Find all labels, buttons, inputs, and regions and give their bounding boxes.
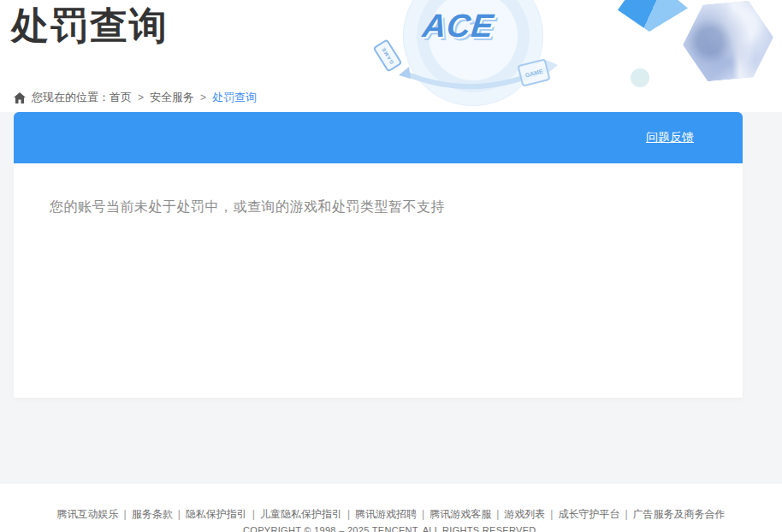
page-title: 处罚查询 [11, 1, 169, 51]
footer-link-privacy[interactable]: 隐私保护指引 [186, 508, 247, 520]
footer-separator: | [124, 508, 127, 520]
footer-link-ads-business[interactable]: 广告服务及商务合作 [633, 508, 726, 520]
page-footer: 腾讯互动娱乐|服务条款|隐私保护指引|儿童隐私保护指引|腾讯游戏招聘|腾讯游戏客… [0, 484, 782, 532]
footer-link-customer-service[interactable]: 腾讯游戏客服 [430, 508, 491, 520]
footer-link-child-privacy[interactable]: 儿童隐私保护指引 [260, 508, 342, 520]
game-card-label: GAME [381, 46, 395, 65]
breadcrumb-home[interactable]: 首页 [110, 90, 132, 105]
copyright: COPYRIGHT © 1998 – 2025 TENCENT. ALL RIG… [0, 525, 782, 532]
footer-link-growth-guard[interactable]: 成长守护平台 [558, 508, 619, 520]
breadcrumb: 您现在的位置： 首页 > 安全服务 > 处罚查询 [14, 90, 257, 105]
home-icon [14, 92, 26, 103]
feedback-link[interactable]: 问题反馈 [646, 130, 694, 145]
footer-link-recruitment[interactable]: 腾讯游戏招聘 [355, 508, 417, 520]
breadcrumb-prefix: 您现在的位置： [32, 90, 110, 105]
footer-links: 腾讯互动娱乐|服务条款|隐私保护指引|儿童隐私保护指引|腾讯游戏招聘|腾讯游戏客… [0, 484, 782, 522]
footer-separator: | [625, 508, 627, 520]
decor-dot [631, 68, 649, 87]
breadcrumb-security-service[interactable]: 安全服务 [150, 90, 194, 105]
result-card: 您的账号当前未处于处罚中，或查询的游戏和处罚类型暂不支持 [14, 163, 743, 398]
result-message: 您的账号当前未处于处罚中，或查询的游戏和处罚类型暂不支持 [14, 163, 743, 216]
footer-separator: | [252, 508, 255, 520]
footer-separator: | [550, 508, 553, 520]
page-header: ACE GAME GAME 处罚查询 您现在的位置： 首页 > 安全服务 > [0, 0, 782, 112]
footer-separator: | [422, 508, 424, 520]
footer-separator: | [178, 508, 181, 520]
footer-link-terms[interactable]: 服务条款 [132, 508, 173, 520]
footer-link-game-list[interactable]: 游戏列表 [504, 508, 545, 520]
footer-link-tencent-games[interactable]: 腾讯互动娱乐 [57, 508, 119, 520]
game-character-avatar [679, 0, 776, 83]
breadcrumb-separator: > [138, 92, 144, 103]
ace-logo-text: ACE [421, 9, 495, 42]
game-card-label: GAME [524, 68, 543, 78]
decor-gem-icon [618, 0, 688, 32]
punishment-query-page: ACE GAME GAME 处罚查询 您现在的位置： 首页 > 安全服务 > [0, 0, 782, 532]
footer-separator: | [496, 508, 499, 520]
breadcrumb-current: 处罚查询 [212, 90, 257, 105]
query-banner: 问题反馈 [14, 112, 743, 163]
footer-separator: | [347, 508, 350, 520]
breadcrumb-separator: > [200, 92, 206, 103]
